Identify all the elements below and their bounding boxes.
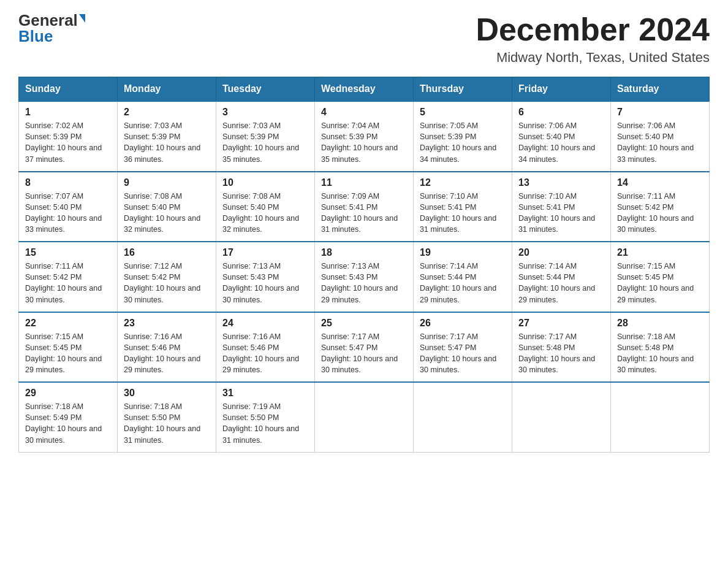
day-number: 10: [222, 177, 308, 188]
day-number: 25: [321, 318, 407, 329]
logo-blue: Blue: [18, 28, 53, 44]
day-cell: 11 Sunrise: 7:09 AMSunset: 5:41 PMDaylig…: [315, 172, 414, 242]
day-number: 30: [124, 388, 210, 399]
day-cell: 5 Sunrise: 7:05 AMSunset: 5:39 PMDayligh…: [414, 101, 512, 172]
day-cell: 14 Sunrise: 7:11 AMSunset: 5:42 PMDaylig…: [611, 172, 710, 242]
day-info: Sunrise: 7:18 AMSunset: 5:50 PMDaylight:…: [124, 401, 210, 446]
day-info: Sunrise: 7:09 AMSunset: 5:41 PMDaylight:…: [321, 191, 407, 236]
day-number: 3: [222, 107, 308, 118]
day-info: Sunrise: 7:17 AMSunset: 5:48 PMDaylight:…: [518, 331, 604, 376]
day-number: 15: [25, 247, 111, 258]
day-info: Sunrise: 7:03 AMSunset: 5:39 PMDaylight:…: [222, 120, 308, 165]
day-info: Sunrise: 7:18 AMSunset: 5:48 PMDaylight:…: [617, 331, 703, 376]
day-cell: [414, 382, 512, 452]
day-number: 23: [124, 318, 210, 329]
day-info: Sunrise: 7:15 AMSunset: 5:45 PMDaylight:…: [617, 261, 703, 305]
day-number: 22: [25, 318, 111, 329]
day-info: Sunrise: 7:07 AMSunset: 5:40 PMDaylight:…: [25, 191, 111, 236]
day-info: Sunrise: 7:11 AMSunset: 5:42 PMDaylight:…: [617, 191, 703, 236]
day-cell: 9 Sunrise: 7:08 AMSunset: 5:40 PMDayligh…: [118, 172, 216, 242]
header-wednesday: Wednesday: [315, 77, 414, 102]
day-number: 6: [518, 107, 604, 118]
day-cell: 18 Sunrise: 7:13 AMSunset: 5:43 PMDaylig…: [315, 242, 414, 312]
day-cell: 29 Sunrise: 7:18 AMSunset: 5:49 PMDaylig…: [19, 382, 118, 452]
header-friday: Friday: [512, 77, 611, 102]
day-info: Sunrise: 7:02 AMSunset: 5:39 PMDaylight:…: [25, 120, 111, 165]
day-cell: 22 Sunrise: 7:15 AMSunset: 5:45 PMDaylig…: [19, 312, 118, 383]
day-cell: 26 Sunrise: 7:17 AMSunset: 5:47 PMDaylig…: [414, 312, 512, 383]
day-info: Sunrise: 7:18 AMSunset: 5:49 PMDaylight:…: [25, 401, 111, 446]
day-number: 4: [321, 107, 407, 118]
day-cell: 21 Sunrise: 7:15 AMSunset: 5:45 PMDaylig…: [611, 242, 710, 312]
day-info: Sunrise: 7:06 AMSunset: 5:40 PMDaylight:…: [518, 120, 604, 165]
day-cell: 17 Sunrise: 7:13 AMSunset: 5:43 PMDaylig…: [216, 242, 315, 312]
day-number: 5: [420, 107, 506, 118]
day-number: 9: [124, 177, 210, 188]
day-cell: 23 Sunrise: 7:16 AMSunset: 5:46 PMDaylig…: [118, 312, 216, 383]
day-info: Sunrise: 7:04 AMSunset: 5:39 PMDaylight:…: [321, 120, 407, 165]
day-info: Sunrise: 7:12 AMSunset: 5:42 PMDaylight:…: [124, 261, 210, 305]
calendar-subtitle: Midway North, Texas, United States: [476, 50, 710, 66]
day-cell: 28 Sunrise: 7:18 AMSunset: 5:48 PMDaylig…: [611, 312, 710, 383]
header-thursday: Thursday: [414, 77, 512, 102]
day-cell: [512, 382, 611, 452]
day-info: Sunrise: 7:10 AMSunset: 5:41 PMDaylight:…: [420, 191, 506, 236]
header-row: SundayMondayTuesdayWednesdayThursdayFrid…: [19, 77, 710, 102]
day-number: 16: [124, 247, 210, 258]
day-info: Sunrise: 7:03 AMSunset: 5:39 PMDaylight:…: [124, 120, 210, 165]
calendar-title: December 2024: [476, 12, 710, 47]
header-sunday: Sunday: [19, 77, 118, 102]
day-cell: 19 Sunrise: 7:14 AMSunset: 5:44 PMDaylig…: [414, 242, 512, 312]
day-number: 19: [420, 247, 506, 258]
title-section: December 2024 Midway North, Texas, Unite…: [476, 12, 710, 66]
day-cell: 20 Sunrise: 7:14 AMSunset: 5:44 PMDaylig…: [512, 242, 611, 312]
day-cell: 4 Sunrise: 7:04 AMSunset: 5:39 PMDayligh…: [315, 101, 414, 172]
day-cell: 7 Sunrise: 7:06 AMSunset: 5:40 PMDayligh…: [611, 101, 710, 172]
day-cell: 12 Sunrise: 7:10 AMSunset: 5:41 PMDaylig…: [414, 172, 512, 242]
day-cell: 15 Sunrise: 7:11 AMSunset: 5:42 PMDaylig…: [19, 242, 118, 312]
day-number: 1: [25, 107, 111, 118]
day-info: Sunrise: 7:11 AMSunset: 5:42 PMDaylight:…: [25, 261, 111, 305]
day-info: Sunrise: 7:08 AMSunset: 5:40 PMDaylight:…: [222, 191, 308, 236]
day-info: Sunrise: 7:16 AMSunset: 5:46 PMDaylight:…: [124, 331, 210, 376]
day-cell: 1 Sunrise: 7:02 AMSunset: 5:39 PMDayligh…: [19, 101, 118, 172]
day-number: 2: [124, 107, 210, 118]
week-row-1: 1 Sunrise: 7:02 AMSunset: 5:39 PMDayligh…: [19, 101, 710, 172]
day-cell: 6 Sunrise: 7:06 AMSunset: 5:40 PMDayligh…: [512, 101, 611, 172]
day-cell: 8 Sunrise: 7:07 AMSunset: 5:40 PMDayligh…: [19, 172, 118, 242]
day-info: Sunrise: 7:05 AMSunset: 5:39 PMDaylight:…: [420, 120, 506, 165]
day-info: Sunrise: 7:08 AMSunset: 5:40 PMDaylight:…: [124, 191, 210, 236]
day-number: 20: [518, 247, 604, 258]
day-cell: [611, 382, 710, 452]
week-row-4: 22 Sunrise: 7:15 AMSunset: 5:45 PMDaylig…: [19, 312, 710, 383]
day-number: 29: [25, 388, 111, 399]
day-cell: [315, 382, 414, 452]
day-number: 31: [222, 388, 308, 399]
header-saturday: Saturday: [611, 77, 710, 102]
day-cell: 16 Sunrise: 7:12 AMSunset: 5:42 PMDaylig…: [118, 242, 216, 312]
day-info: Sunrise: 7:17 AMSunset: 5:47 PMDaylight:…: [420, 331, 506, 376]
day-number: 13: [518, 177, 604, 188]
day-number: 8: [25, 177, 111, 188]
day-number: 28: [617, 318, 703, 329]
day-info: Sunrise: 7:13 AMSunset: 5:43 PMDaylight:…: [321, 261, 407, 305]
day-number: 12: [420, 177, 506, 188]
day-number: 27: [518, 318, 604, 329]
day-info: Sunrise: 7:06 AMSunset: 5:40 PMDaylight:…: [617, 120, 703, 165]
day-info: Sunrise: 7:15 AMSunset: 5:45 PMDaylight:…: [25, 331, 111, 376]
day-info: Sunrise: 7:13 AMSunset: 5:43 PMDaylight:…: [222, 261, 308, 305]
day-number: 17: [222, 247, 308, 258]
day-cell: 30 Sunrise: 7:18 AMSunset: 5:50 PMDaylig…: [118, 382, 216, 452]
day-info: Sunrise: 7:17 AMSunset: 5:47 PMDaylight:…: [321, 331, 407, 376]
logo-general: General: [18, 12, 78, 28]
day-cell: 25 Sunrise: 7:17 AMSunset: 5:47 PMDaylig…: [315, 312, 414, 383]
logo-triangle-icon: [79, 14, 85, 23]
week-row-5: 29 Sunrise: 7:18 AMSunset: 5:49 PMDaylig…: [19, 382, 710, 452]
header-monday: Monday: [118, 77, 216, 102]
day-number: 24: [222, 318, 308, 329]
calendar-table: SundayMondayTuesdayWednesdayThursdayFrid…: [18, 77, 710, 453]
day-number: 18: [321, 247, 407, 258]
week-row-3: 15 Sunrise: 7:11 AMSunset: 5:42 PMDaylig…: [19, 242, 710, 312]
day-cell: 3 Sunrise: 7:03 AMSunset: 5:39 PMDayligh…: [216, 101, 315, 172]
day-number: 7: [617, 107, 703, 118]
